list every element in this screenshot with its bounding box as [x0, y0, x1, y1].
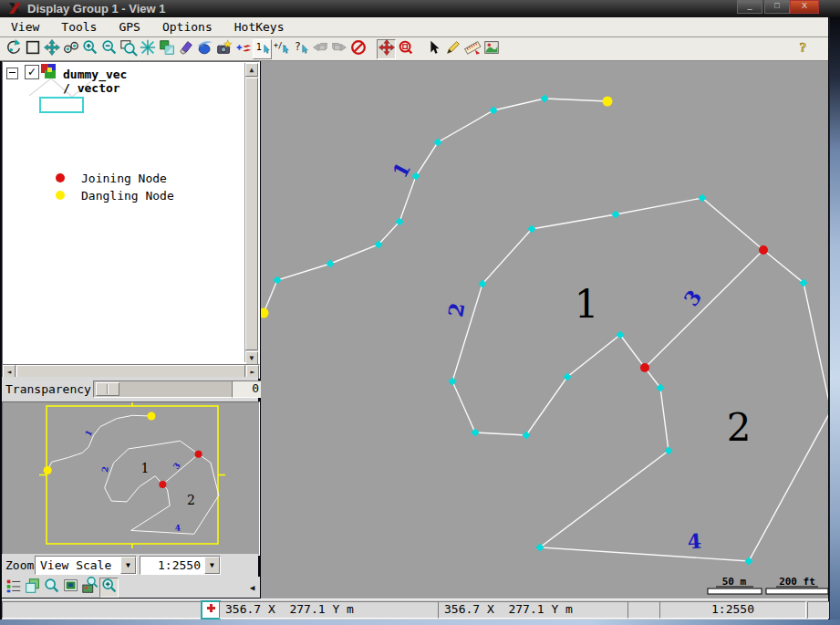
desktop-edge — [829, 17, 840, 620]
cancel-button[interactable] — [348, 39, 368, 59]
web-globe-icon — [196, 38, 214, 59]
vertex-marker — [826, 406, 828, 414]
view-extent-rect[interactable] — [47, 406, 218, 544]
scrollbar-thumb[interactable] — [16, 365, 245, 378]
layer-legend: Joining NodeDangling Node — [3, 172, 240, 206]
title-bar[interactable]: Display Group 1 - View 1 _ □ X — [0, 0, 840, 17]
add-layer-button[interactable] — [233, 39, 253, 59]
zoom-map-button[interactable] — [80, 578, 99, 598]
status-bar: 356.7 X 277.1 Y m 356.7 X 277.1 Y m 1:25… — [2, 599, 828, 620]
snapshot-icon — [215, 38, 233, 59]
transparency-slider[interactable] — [93, 380, 233, 398]
zoom-in-button[interactable] — [80, 39, 99, 59]
overview-map-panel[interactable]: 123412 — [2, 401, 260, 556]
line-category-label: 4 — [687, 529, 702, 554]
legend-button[interactable] — [4, 578, 23, 598]
help-button[interactable]: ? — [794, 39, 814, 59]
status-panel-empty — [2, 601, 206, 619]
legend-item: Dangling Node — [3, 189, 240, 203]
zoom-box-tool-button[interactable] — [396, 39, 415, 59]
magnifier-button[interactable] — [42, 578, 61, 598]
map-canvas[interactable]: 12341250 m200 ft — [261, 61, 828, 599]
joining-node-marker — [159, 481, 166, 488]
chevron-down-icon[interactable]: ▼ — [120, 557, 136, 574]
map-line-1 — [47, 415, 151, 470]
web-globe-button[interactable] — [195, 39, 214, 59]
map-preview-button[interactable] — [482, 39, 501, 59]
raster-display-icon — [62, 577, 80, 598]
maximize-button[interactable]: □ — [764, 0, 790, 14]
erase-button[interactable] — [176, 39, 195, 59]
split-view-button[interactable] — [157, 39, 176, 59]
minimize-icon: _ — [738, 1, 762, 11]
layer-tree-panel: ✓ dummy_vec / vector Joining NodeDanglin… — [2, 61, 260, 366]
zoom-extent-icon — [119, 38, 138, 59]
transparency-label: Transparency — [5, 382, 91, 396]
crosshair-icon[interactable] — [201, 600, 221, 620]
snapshot-button[interactable] — [214, 39, 233, 59]
link-views-icon — [62, 38, 80, 59]
dangling-node-marker — [44, 466, 52, 474]
zoom-out-button[interactable] — [99, 39, 119, 59]
vertex-marker — [471, 428, 479, 436]
line-category-label: 3 — [679, 286, 706, 310]
select-one-button[interactable]: 1 — [253, 39, 272, 59]
chevron-down-icon[interactable]: ▼ — [204, 557, 220, 574]
map-preview-icon — [482, 38, 501, 59]
menu-tools[interactable]: Tools — [50, 17, 108, 34]
menu-hotkeys[interactable]: HotKeys — [223, 17, 296, 34]
toggle-plusminus-icon: +/- — [273, 38, 291, 59]
zoom-mode-select[interactable]: View Scale ▼ — [35, 556, 137, 575]
tree-collapse-icon[interactable] — [6, 68, 18, 79]
scroll-down-icon[interactable]: ▼ — [245, 351, 258, 365]
map-render: 12341250 m200 ft — [261, 61, 828, 599]
prev-button[interactable] — [310, 39, 329, 59]
zoom-in-tool-button[interactable] — [99, 578, 119, 598]
tree-vertical-scrollbar[interactable]: ▲ ▼ — [244, 63, 258, 362]
query-cursor-button[interactable]: ? — [291, 39, 310, 59]
magnifier-icon — [43, 577, 61, 598]
layer-checkbox[interactable]: ✓ — [25, 65, 39, 79]
slider-handle[interactable] — [96, 382, 119, 396]
zoom-in-icon — [81, 38, 99, 59]
next-button[interactable] — [329, 39, 348, 59]
menu-bar: ViewToolsGPSOptionsHotKeys — [0, 17, 828, 37]
measure-button[interactable] — [462, 39, 482, 59]
zoom-box-tool-icon — [397, 38, 415, 59]
pointer-tool-icon — [425, 38, 443, 59]
vertex-marker — [489, 106, 497, 114]
joining-node-marker — [195, 451, 202, 458]
resample-button[interactable] — [138, 39, 157, 59]
overview-map: 123412 — [3, 402, 257, 553]
maximize-icon: □ — [765, 1, 789, 11]
scrollbar-thumb[interactable] — [245, 78, 258, 350]
redraw-button[interactable] — [4, 39, 23, 59]
box-select-button[interactable] — [23, 39, 42, 59]
resample-icon — [139, 38, 157, 59]
legend-label: Joining Node — [81, 172, 167, 185]
scroll-up-icon[interactable]: ▲ — [245, 63, 258, 77]
link-views-button[interactable] — [61, 39, 80, 59]
pointer-tool-button[interactable] — [424, 39, 443, 59]
area-category-label: 2 — [187, 493, 195, 507]
minimize-button[interactable]: _ — [737, 0, 762, 14]
edit-pencil-button[interactable] — [443, 39, 462, 59]
menu-options[interactable]: Options — [151, 17, 223, 34]
menu-view[interactable]: View — [0, 17, 50, 34]
line-category-label: 1 — [83, 429, 94, 438]
vertex-marker — [433, 138, 441, 146]
toggle-plusminus-button[interactable]: +/- — [272, 39, 291, 59]
pan-arrows-button[interactable] — [42, 39, 61, 59]
pan-tool-button[interactable] — [377, 39, 396, 59]
close-button[interactable]: X — [790, 0, 819, 14]
dangling-node-marker — [603, 97, 613, 107]
layers-icon — [24, 577, 42, 598]
vertex-marker — [744, 557, 752, 565]
menu-gps[interactable]: GPS — [108, 17, 150, 34]
raster-display-button[interactable] — [61, 578, 80, 598]
layers-button[interactable] — [23, 578, 42, 598]
area-category-label: 1 — [575, 282, 599, 327]
collapse-panel-icon[interactable]: ◀ — [250, 583, 254, 592]
view-scale-select[interactable]: 1:2550 ▼ — [140, 556, 221, 575]
zoom-extent-button[interactable] — [119, 39, 138, 59]
